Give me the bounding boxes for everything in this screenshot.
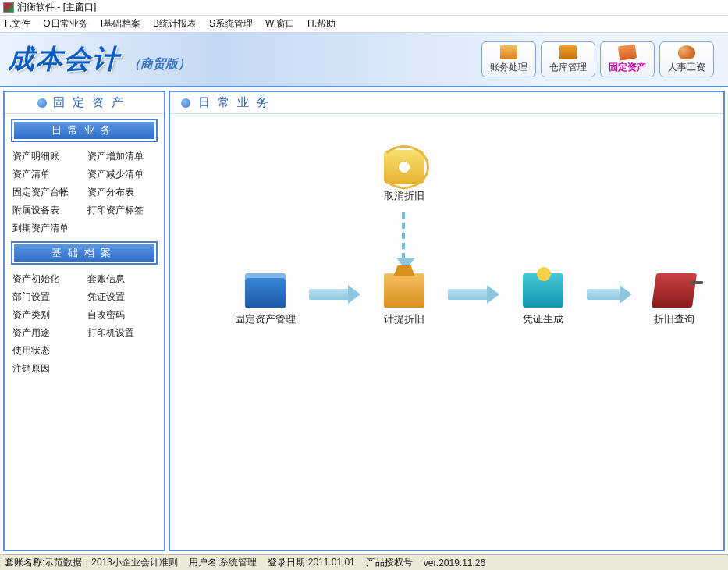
status-lic: 产品授权号 (366, 556, 413, 569)
link-cancel-reason[interactable]: 注销原因 (12, 362, 84, 376)
link-asset-detail[interactable]: 资产明细账 (12, 150, 84, 163)
node-label: 折旧查询 (637, 312, 712, 326)
arrow-right-icon (309, 289, 350, 300)
header-btn-fixed-asset[interactable]: 固定资产 (600, 41, 655, 77)
bullet-icon (37, 98, 47, 108)
content: 日常业务 取消折旧 固定资产管理 计提折旧 凭证生成 (169, 91, 725, 551)
link-expire-list[interactable]: 到期资产清单 (12, 222, 84, 235)
status-lic-label: 产品授权号 (366, 557, 413, 568)
status-user-label: 用户名: (189, 557, 219, 568)
node-label: 计提折旧 (367, 312, 442, 326)
box-icon (559, 45, 577, 59)
link-use-status[interactable]: 使用状态 (12, 344, 84, 358)
link-equip-table[interactable]: 附属设备表 (12, 204, 84, 217)
side-links-daily: 资产明细账 资产增加清单 资产清单 资产减少清单 固定资产台帐 资产分布表 附属… (5, 145, 164, 237)
window-title: 润衡软件 - [主窗口] (17, 1, 96, 14)
node-extract-depr[interactable]: 计提折旧 (367, 273, 442, 326)
flow-canvas: 取消折旧 固定资产管理 计提折旧 凭证生成 折旧查询 (170, 114, 723, 550)
main-area: 固定资产 日常业务 资产明细账 资产增加清单 资产清单 资产减少清单 固定资产台… (0, 87, 728, 554)
app-icon (3, 2, 14, 13)
menu-system[interactable]: S系统管理 (209, 17, 253, 30)
link-asset-dist[interactable]: 资产分布表 (87, 186, 159, 199)
link-change-pwd[interactable]: 自改密码 (87, 308, 159, 322)
node-label: 取消折旧 (367, 189, 442, 203)
app-subtitle: （商贸版） (128, 56, 190, 73)
menu-report[interactable]: B统计报表 (153, 17, 197, 30)
side-section-daily: 日常业务 (11, 119, 158, 142)
menu-help[interactable]: H.帮助 (307, 17, 336, 30)
side-section-hd-basic[interactable]: 基础档案 (14, 244, 154, 262)
title-bar: 润衡软件 - [主窗口] (0, 0, 728, 16)
content-title: 日常业务 (170, 92, 723, 114)
status-account-label: 套账名称: (5, 557, 44, 568)
content-title-text: 日常业务 (198, 95, 276, 110)
node-voucher-gen[interactable]: 凭证生成 (506, 273, 581, 326)
node-asset-manage[interactable]: 固定资产管理 (228, 273, 303, 326)
node-label: 固定资产管理 (228, 312, 303, 326)
header-btn-label: 仓库管理 (549, 61, 587, 74)
header-btn-warehouse[interactable]: 仓库管理 (541, 41, 595, 77)
node-cancel-depr[interactable]: 取消折旧 (367, 150, 442, 203)
header-btn-label: 固定资产 (609, 61, 646, 74)
status-user: 用户名:系统管理 (189, 556, 257, 569)
menu-basic[interactable]: I基础档案 (101, 17, 140, 30)
link-empty3 (87, 362, 159, 376)
status-login: 登录日期:2011.01.01 (268, 556, 354, 569)
link-asset-cat[interactable]: 资产类别 (12, 308, 84, 322)
header-btn-hr[interactable]: 人事工资 (659, 41, 714, 77)
cancel-icon (384, 150, 424, 184)
menu-bar: F.文件 O日常业务 I基础档案 B统计报表 S系统管理 W.窗口 H.帮助 (0, 16, 728, 33)
header-btn-accounting[interactable]: 账务处理 (481, 41, 536, 77)
header-btn-label: 账务处理 (490, 61, 527, 74)
app-title-wrap: 成本会计 （商贸版） (8, 41, 190, 77)
link-printer[interactable]: 打印机设置 (87, 326, 159, 340)
side-links-basic: 资产初始化 套账信息 部门设置 凭证设置 资产类别 自改密码 资产用途 打印机设… (5, 268, 164, 377)
link-asset-init[interactable]: 资产初始化 (12, 273, 84, 286)
bullet-icon (181, 98, 190, 108)
status-login-label: 登录日期: (268, 557, 307, 568)
sidebar-title-text: 固定资产 (53, 95, 131, 110)
tool-icon (618, 44, 637, 60)
link-dept[interactable]: 部门设置 (12, 290, 84, 304)
link-empty1 (87, 222, 159, 235)
side-section-basic: 基础档案 (11, 241, 158, 265)
voucher-icon (523, 273, 563, 308)
header-btn-label: 人事工资 (668, 61, 705, 74)
status-account-value: 示范数据：2013小企业会计准则 (44, 557, 178, 568)
status-login-value: 2011.01.01 (308, 557, 355, 568)
header-banner: 成本会计 （商贸版） 账务处理 仓库管理 固定资产 人事工资 (0, 33, 728, 87)
link-voucher-set[interactable]: 凭证设置 (87, 290, 159, 304)
sidebar-title: 固定资产 (5, 92, 164, 114)
arrow-right-icon (448, 289, 488, 300)
menu-daily[interactable]: O日常业务 (43, 17, 87, 30)
link-asset-list[interactable]: 资产清单 (12, 168, 84, 181)
manage-icon (245, 273, 286, 308)
side-section-hd-daily[interactable]: 日常业务 (14, 122, 154, 139)
sidebar: 固定资产 日常业务 资产明细账 资产增加清单 资产清单 资产减少清单 固定资产台… (3, 91, 165, 551)
query-icon (652, 273, 697, 308)
book-icon (500, 45, 517, 59)
link-asset-add-list[interactable]: 资产增加清单 (87, 150, 159, 163)
link-asset-use[interactable]: 资产用途 (12, 326, 84, 340)
status-account: 套账名称:示范数据：2013小企业会计准则 (5, 556, 178, 569)
menu-file[interactable]: F.文件 (5, 17, 30, 30)
people-icon (678, 45, 695, 59)
status-user-value: 系统管理 (219, 557, 257, 568)
arrow-down-icon (402, 212, 410, 259)
app-title: 成本会计 (8, 41, 120, 77)
extract-icon (384, 273, 424, 308)
menu-window[interactable]: W.窗口 (265, 17, 295, 30)
link-empty2 (87, 344, 159, 358)
link-account-info[interactable]: 套账信息 (87, 273, 159, 286)
node-depr-query[interactable]: 折旧查询 (637, 273, 712, 326)
header-buttons: 账务处理 仓库管理 固定资产 人事工资 (481, 41, 714, 77)
link-asset-ledger[interactable]: 固定资产台帐 (12, 186, 84, 199)
link-asset-dec-list[interactable]: 资产减少清单 (87, 168, 159, 181)
node-label: 凭证生成 (506, 312, 581, 326)
status-ver: ver.2019.11.26 (424, 558, 485, 568)
status-bar: 套账名称:示范数据：2013小企业会计准则 用户名:系统管理 登录日期:2011… (0, 554, 728, 570)
arrow-right-icon (587, 289, 621, 300)
link-print-tag[interactable]: 打印资产标签 (87, 204, 159, 217)
